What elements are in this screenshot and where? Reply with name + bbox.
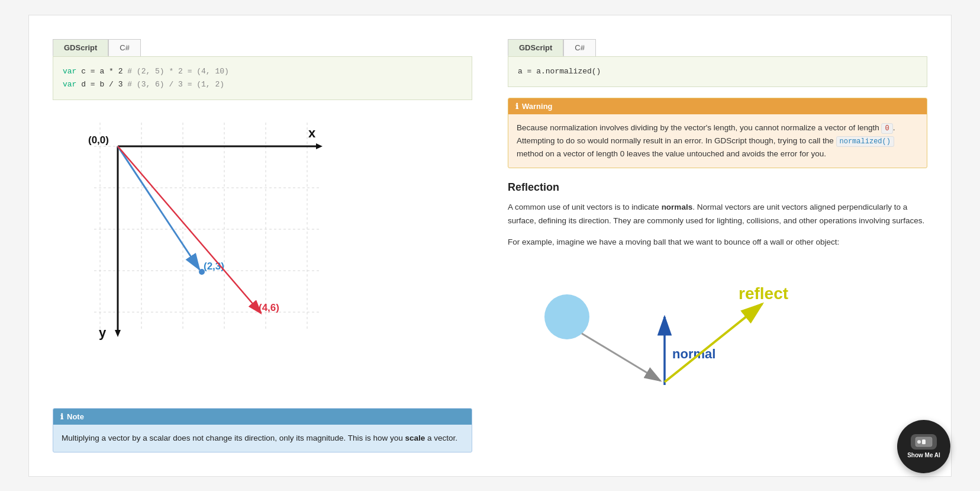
vector-svg: (0,0) x y (2,3) (53, 111, 325, 342)
showme-icon-area (911, 434, 937, 450)
showme-ai-button[interactable]: Show Me AI (897, 420, 950, 473)
code-line-2: var d = b / 3 # (3, 6) / 3 = (1, 2) (63, 78, 462, 91)
reflect-svg: normal reflect (508, 264, 875, 406)
x-axis-label: x (308, 126, 316, 140)
showme-label: Show Me AI (907, 452, 940, 459)
tab-csharp-right[interactable]: C# (563, 39, 596, 56)
left-tabs: GDScript C# (53, 39, 472, 56)
info-icon: ℹ (60, 412, 63, 421)
reflection-para1: A common use of unit vectors is to indic… (508, 201, 927, 228)
warning-box: ℹ Warning Because normalization involves… (508, 98, 927, 168)
showme-icon (915, 437, 933, 447)
warning-label: Warning (522, 102, 553, 111)
tab-csharp-left[interactable]: C# (108, 39, 141, 56)
reflection-heading: Reflection (508, 181, 927, 194)
tab-gdscript-right[interactable]: GDScript (508, 39, 563, 56)
svg-rect-27 (922, 439, 926, 444)
svg-marker-14 (115, 330, 121, 337)
left-code-block: var c = a * 2 # (2, 5) * 2 = (4, 10) var… (53, 56, 472, 100)
vector-diagram: (0,0) x y (2,3) (53, 111, 472, 401)
red-vector-label: (4,6) (259, 302, 279, 313)
inline-code-normalized: normalized() (836, 136, 894, 147)
svg-line-25 (665, 304, 762, 382)
reflect-label: reflect (739, 284, 788, 303)
reflect-diagram: normal reflect (508, 264, 927, 407)
note-box: ℹ Note Multiplying a vector by a scalar … (53, 408, 472, 453)
svg-line-19 (118, 146, 261, 313)
right-tabs: GDScript C# (508, 39, 927, 56)
origin-label: (0,0) (88, 134, 109, 146)
svg-line-17 (118, 146, 199, 269)
warning-box-header: ℹ Warning (508, 98, 927, 114)
svg-marker-12 (316, 143, 323, 149)
right-code-block: a = a.normalized() (508, 56, 927, 87)
warning-icon: ℹ (515, 102, 518, 111)
right-panel: GDScript C# a = a.normalized() ℹ Warning… (508, 39, 927, 453)
note-box-header: ℹ Note (53, 409, 472, 425)
inline-code-0: 0 (881, 123, 892, 134)
reflection-para2: For example, imagine we have a moving ba… (508, 236, 927, 249)
right-code-line-1: a = a.normalized() (518, 65, 917, 78)
svg-point-28 (917, 440, 921, 444)
code-line-1: var c = a * 2 # (2, 5) * 2 = (4, 10) (63, 65, 462, 78)
svg-line-23 (582, 333, 660, 381)
y-axis-label: y (99, 325, 107, 340)
note-label: Note (67, 412, 84, 421)
tab-gdscript-left[interactable]: GDScript (53, 39, 108, 56)
left-panel: GDScript C# var c = a * 2 # (2, 5) * 2 =… (53, 39, 472, 453)
ball-circle (544, 294, 589, 339)
note-box-body: Multiplying a vector by a scalar does no… (53, 425, 472, 452)
warning-box-body: Because normalization involves dividing … (508, 114, 927, 168)
